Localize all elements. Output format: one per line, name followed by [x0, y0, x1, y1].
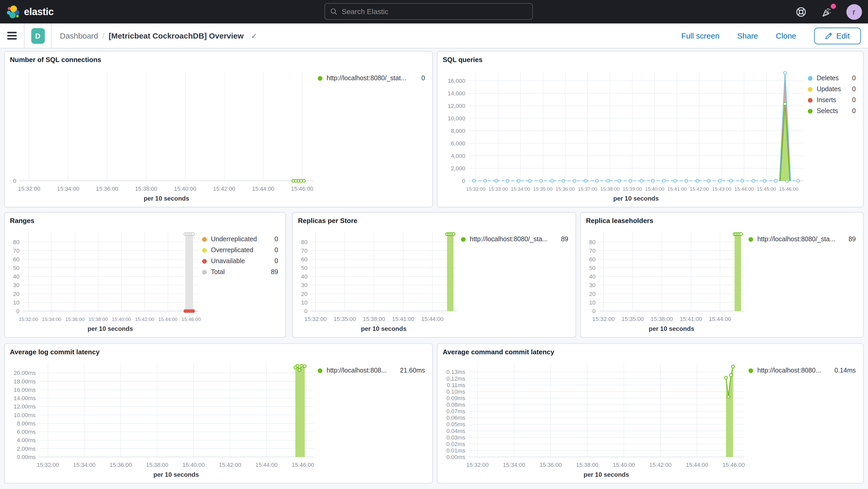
svg-text:4.00ms: 4.00ms — [17, 437, 36, 444]
svg-text:15:44:00: 15:44:00 — [735, 186, 754, 192]
chart-ranges[interactable]: 0102030405060708015:32:0015:34:0015:36:0… — [10, 228, 202, 333]
svg-text:15:44:00: 15:44:00 — [686, 462, 708, 468]
chart-replicas-per-store[interactable]: 0102030405060708015:32:0015:35:0015:38:0… — [298, 228, 461, 333]
chart-avg-log-commit-latency[interactable]: 0.00ms2.00ms4.00ms6.00ms8.00ms10.00ms12.… — [10, 360, 318, 479]
user-avatar[interactable]: r — [846, 4, 862, 20]
global-search[interactable] — [324, 3, 533, 20]
svg-text:80: 80 — [589, 239, 595, 245]
svg-text:0.12ms: 0.12ms — [446, 375, 465, 382]
svg-text:per 10 seconds: per 10 seconds — [649, 325, 694, 332]
svg-text:0.08ms: 0.08ms — [446, 401, 465, 408]
svg-text:14,000: 14,000 — [448, 90, 465, 97]
chart-avg-command-commit-latency[interactable]: 0.00ms0.01ms0.02ms0.03ms0.04ms0.05ms0.06… — [443, 360, 748, 479]
legend-dot — [808, 98, 812, 102]
svg-text:0.11ms: 0.11ms — [447, 382, 465, 389]
chart-legend: http://localhost:808...21.60ms — [318, 360, 427, 479]
svg-text:10.00ms: 10.00ms — [13, 412, 35, 419]
legend-label: http://localhost:8080/_sta... — [470, 236, 557, 243]
legend-value: 0 — [848, 86, 856, 93]
legend-label: Selects — [817, 107, 848, 115]
chart-legend: http://localhost:8080/_sta...89 — [461, 228, 570, 333]
search-input[interactable] — [342, 7, 527, 16]
legend-item[interactable]: Inserts0 — [808, 96, 856, 104]
svg-text:15:38:00: 15:38:00 — [146, 462, 168, 468]
chart-sql-connections[interactable]: 015:32:0015:34:0015:36:0015:38:0015:40:0… — [10, 67, 318, 203]
menu-button[interactable] — [0, 24, 25, 48]
space-switcher[interactable]: D — [25, 24, 52, 48]
nav-right-controls: r — [794, 4, 868, 20]
notification-dot — [831, 3, 836, 9]
svg-text:14.00ms: 14.00ms — [13, 395, 35, 401]
legend-item[interactable]: http://localhost:808...21.60ms — [318, 367, 425, 374]
svg-text:0: 0 — [462, 178, 465, 184]
svg-text:50: 50 — [589, 265, 595, 271]
panel-title: Replicas per Store — [298, 217, 570, 227]
legend-item[interactable]: Underreplicated0 — [202, 236, 278, 243]
chart-sql-queries[interactable]: 02,0004,0006,0008,00010,00012,00014,0001… — [443, 67, 808, 203]
share-button[interactable]: Share — [737, 31, 758, 40]
svg-text:60: 60 — [13, 256, 19, 263]
svg-text:15:34:00: 15:34:00 — [511, 186, 530, 192]
svg-text:15:32:00: 15:32:00 — [18, 185, 40, 192]
svg-text:20.00ms: 20.00ms — [13, 370, 35, 376]
breadcrumb-dashboard[interactable]: Dashboard — [60, 31, 98, 40]
svg-text:15:35:00: 15:35:00 — [621, 316, 644, 322]
legend-dot — [808, 76, 812, 81]
elastic-logo[interactable]: elastic — [0, 5, 125, 19]
legend-value: 0 — [270, 246, 278, 254]
svg-text:15:38:00: 15:38:00 — [135, 185, 157, 192]
panel-title: Number of SQL connections — [10, 56, 427, 66]
legend-item[interactable]: http://localhost:8080/_stat...0 — [318, 74, 425, 82]
svg-text:15:44:00: 15:44:00 — [252, 185, 275, 192]
svg-text:per 10 seconds: per 10 seconds — [361, 325, 406, 332]
svg-text:30: 30 — [589, 282, 595, 288]
panel-number-of-sql-connections: Number of SQL connections 015:32:0015:34… — [4, 51, 433, 207]
svg-text:8,000: 8,000 — [451, 128, 465, 134]
legend-item[interactable]: Updates0 — [808, 86, 856, 93]
legend-dot — [318, 76, 322, 81]
svg-text:15:44:00: 15:44:00 — [422, 316, 444, 322]
clone-button[interactable]: Clone — [776, 31, 796, 40]
legend-item[interactable]: Overreplicated0 — [202, 246, 278, 254]
svg-text:15:36:00: 15:36:00 — [110, 462, 132, 468]
svg-text:15:35:00: 15:35:00 — [533, 186, 553, 192]
legend-item[interactable]: Total89 — [202, 268, 278, 276]
legend-value: 89 — [844, 236, 856, 243]
legend-label: Total — [211, 268, 267, 276]
svg-text:15:40:00: 15:40:00 — [174, 185, 196, 192]
legend-dot — [202, 237, 207, 242]
legend-item[interactable]: Unavailable0 — [202, 257, 278, 265]
svg-text:0: 0 — [592, 308, 596, 314]
legend-value: 0.14ms — [830, 367, 856, 374]
legend-label: Overreplicated — [211, 246, 270, 254]
chart-legend: http://localhost:8080...0.14ms — [748, 360, 858, 479]
svg-text:60: 60 — [301, 256, 307, 263]
edit-button[interactable]: Edit — [814, 27, 861, 44]
legend-value: 0 — [270, 236, 278, 243]
svg-text:15:45:00: 15:45:00 — [757, 186, 776, 192]
chart-replica-leaseholders[interactable]: 0102030405060708015:32:0015:35:0015:38:0… — [586, 228, 748, 333]
breadcrumb-bar: D Dashboard / [Metricbeat CockroachDB] O… — [0, 24, 868, 49]
svg-text:0.06ms: 0.06ms — [446, 415, 465, 421]
legend-item[interactable]: Deletes0 — [808, 74, 856, 82]
legend-label: Unavailable — [211, 257, 270, 265]
legend-label: http://localhost:8080/_stat... — [327, 74, 417, 82]
svg-text:15:46:00: 15:46:00 — [291, 185, 313, 192]
svg-text:8.00ms: 8.00ms — [17, 420, 36, 427]
legend-item[interactable]: http://localhost:8080/_sta...89 — [748, 236, 856, 243]
help-button[interactable] — [794, 5, 808, 19]
newsfeed-button[interactable] — [820, 5, 834, 19]
pencil-icon — [825, 32, 832, 39]
legend-item[interactable]: Selects0 — [808, 107, 856, 115]
panel-avg-log-commit-latency: Average log commit latency 0.00ms2.00ms4… — [4, 343, 433, 484]
full-screen-button[interactable]: Full screen — [681, 31, 719, 40]
svg-text:0.09ms: 0.09ms — [446, 395, 465, 401]
legend-item[interactable]: http://localhost:8080/_sta...89 — [461, 236, 568, 243]
svg-text:0.05ms: 0.05ms — [446, 421, 465, 428]
edit-button-label: Edit — [836, 31, 850, 40]
legend-dot — [318, 368, 322, 373]
breadcrumb: Dashboard / [Metricbeat CockroachDB] Ove… — [52, 31, 257, 40]
svg-text:18.00ms: 18.00ms — [13, 378, 35, 385]
legend-item[interactable]: http://localhost:8080...0.14ms — [748, 367, 856, 374]
svg-text:15:32:00: 15:32:00 — [466, 186, 486, 192]
